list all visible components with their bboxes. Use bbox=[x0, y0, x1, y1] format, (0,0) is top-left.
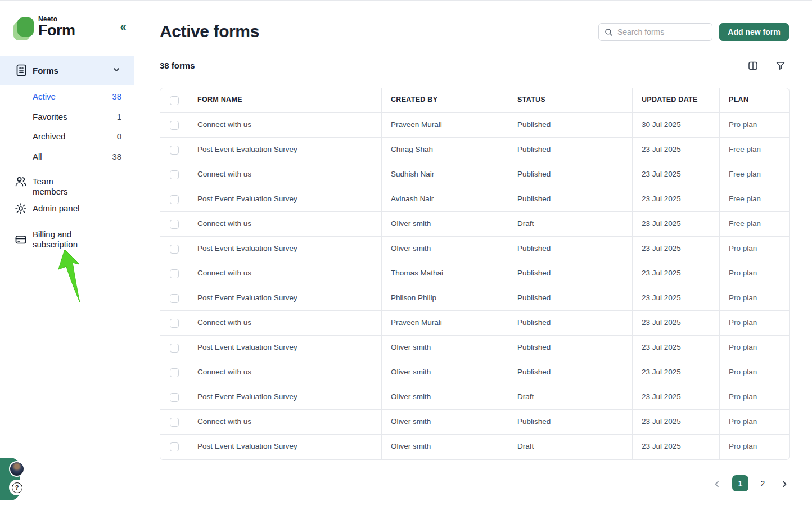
add-new-form-button[interactable]: Add new form bbox=[719, 23, 789, 41]
row-checkbox[interactable] bbox=[170, 146, 179, 155]
row-checkbox-cell bbox=[160, 311, 188, 335]
cell-form-name[interactable]: Connect with us bbox=[188, 212, 382, 236]
cell-plan: Pro plan bbox=[720, 435, 789, 459]
cell-updated-date: 23 Jul 2025 bbox=[633, 261, 720, 286]
filter-icon[interactable] bbox=[773, 58, 788, 74]
col-header-created-by[interactable]: CREATED BY bbox=[382, 88, 508, 112]
col-header-plan[interactable]: PLAN bbox=[720, 88, 789, 112]
table-row[interactable]: Connect with us Praveen Murali Published… bbox=[160, 311, 789, 336]
pagination-next-icon[interactable] bbox=[777, 477, 792, 491]
cell-created-by: Chirag Shah bbox=[382, 138, 508, 162]
row-checkbox[interactable] bbox=[170, 319, 179, 328]
row-checkbox[interactable] bbox=[170, 294, 179, 303]
table-row[interactable]: Post Event Evaluation Survey Oliver smit… bbox=[160, 336, 789, 360]
table-row[interactable]: Connect with us Thomas Mathai Published … bbox=[160, 261, 789, 286]
sidebar-item-favorites[interactable]: Favorites 1 bbox=[0, 106, 134, 126]
cell-status: Published bbox=[508, 113, 633, 137]
cell-form-name[interactable]: Connect with us bbox=[188, 113, 382, 137]
sidebar-item-all-label: All bbox=[33, 152, 42, 161]
cell-updated-date: 23 Jul 2025 bbox=[633, 360, 720, 385]
cell-form-name[interactable]: Post Event Evaluation Survey bbox=[188, 237, 382, 261]
cell-form-name[interactable]: Post Event Evaluation Survey bbox=[188, 138, 382, 162]
cell-form-name[interactable]: Connect with us bbox=[188, 311, 382, 335]
row-checkbox-cell bbox=[160, 410, 188, 434]
cell-status: Draft bbox=[508, 212, 633, 236]
cell-updated-date: 23 Jul 2025 bbox=[633, 286, 720, 310]
table-row[interactable]: Connect with us Oliver smith Published 2… bbox=[160, 410, 789, 435]
cell-form-name[interactable]: Post Event Evaluation Survey bbox=[188, 435, 382, 459]
sidebar: Neeto Form « Forms Active bbox=[0, 1, 134, 506]
pagination-page-2[interactable]: 2 bbox=[755, 475, 771, 491]
row-checkbox-cell bbox=[160, 187, 188, 211]
table-row[interactable]: Post Event Evaluation Survey Philson Phi… bbox=[160, 286, 789, 311]
table-row[interactable]: Post Event Evaluation Survey Avinash Nai… bbox=[160, 187, 789, 212]
columns-icon[interactable] bbox=[745, 58, 761, 74]
cell-status: Published bbox=[508, 261, 633, 286]
cell-updated-date: 23 Jul 2025 bbox=[633, 212, 720, 236]
gear-icon bbox=[15, 202, 27, 215]
pagination-page-1[interactable]: 1 bbox=[732, 475, 748, 491]
col-header-status[interactable]: STATUS bbox=[508, 88, 633, 112]
table-row[interactable]: Connect with us Oliver smith Draft 23 Ju… bbox=[160, 212, 789, 237]
row-checkbox-cell bbox=[160, 261, 188, 286]
chevron-down-icon bbox=[112, 65, 121, 74]
cell-form-name[interactable]: Post Event Evaluation Survey bbox=[188, 286, 382, 310]
row-checkbox[interactable] bbox=[170, 368, 179, 377]
logo-text: Neeto Form bbox=[38, 15, 75, 38]
cell-updated-date: 30 Jul 2025 bbox=[633, 113, 720, 137]
row-checkbox-cell bbox=[160, 162, 188, 187]
help-button[interactable]: ? bbox=[9, 480, 25, 495]
table-row[interactable]: Connect with us Sudhish Nair Published 2… bbox=[160, 162, 789, 187]
row-checkbox[interactable] bbox=[170, 393, 179, 402]
row-checkbox[interactable] bbox=[170, 344, 179, 353]
col-header-updated-date[interactable]: UPDATED DATE bbox=[633, 88, 720, 112]
sidebar-collapse-icon[interactable]: « bbox=[116, 20, 130, 34]
cell-status: Published bbox=[508, 410, 633, 434]
row-checkbox[interactable] bbox=[170, 442, 179, 451]
sidebar-item-team-members-label: Team members bbox=[33, 177, 89, 197]
cell-form-name[interactable]: Connect with us bbox=[188, 360, 382, 385]
table-row[interactable]: Post Event Evaluation Survey Oliver smit… bbox=[160, 237, 789, 261]
table-row[interactable]: Connect with us Praveen Murali Published… bbox=[160, 113, 789, 138]
pagination: 1 2 bbox=[703, 475, 793, 495]
table-row[interactable]: Post Event Evaluation Survey Chirag Shah… bbox=[160, 138, 789, 162]
cell-form-name[interactable]: Connect with us bbox=[188, 162, 382, 187]
sidebar-item-billing[interactable]: Billing and subscription bbox=[0, 228, 134, 253]
cell-form-name[interactable]: Connect with us bbox=[188, 261, 382, 286]
col-header-form-name[interactable]: FORM NAME bbox=[188, 88, 382, 112]
table-row[interactable]: Post Event Evaluation Survey Oliver smit… bbox=[160, 435, 789, 459]
search-input[interactable] bbox=[617, 28, 707, 37]
row-checkbox[interactable] bbox=[170, 269, 179, 278]
user-avatar[interactable] bbox=[9, 461, 25, 477]
toolbar-divider bbox=[766, 59, 766, 73]
app-logo[interactable]: Neeto Form bbox=[13, 16, 126, 41]
cell-status: Published bbox=[508, 311, 633, 335]
sidebar-item-team-members[interactable]: Team members bbox=[0, 175, 134, 190]
cell-form-name[interactable]: Post Event Evaluation Survey bbox=[188, 385, 382, 409]
row-checkbox-cell bbox=[160, 237, 188, 261]
row-checkbox[interactable] bbox=[170, 195, 179, 204]
cell-plan: Pro plan bbox=[720, 113, 789, 137]
select-all-checkbox[interactable] bbox=[170, 96, 179, 105]
sidebar-group-forms[interactable]: Forms bbox=[0, 56, 134, 85]
cell-form-name[interactable]: Connect with us bbox=[188, 410, 382, 434]
sidebar-item-archived[interactable]: Archived 0 bbox=[0, 126, 134, 146]
row-checkbox[interactable] bbox=[170, 245, 179, 254]
sidebar-item-admin-panel[interactable]: Admin panel bbox=[0, 202, 134, 217]
row-checkbox[interactable] bbox=[170, 170, 179, 179]
pagination-prev-icon[interactable] bbox=[710, 477, 724, 491]
row-checkbox[interactable] bbox=[170, 418, 179, 427]
sidebar-item-all[interactable]: All 38 bbox=[0, 146, 134, 166]
row-checkbox-cell bbox=[160, 435, 188, 459]
row-checkbox[interactable] bbox=[170, 220, 179, 229]
table-row[interactable]: Post Event Evaluation Survey Oliver smit… bbox=[160, 385, 789, 410]
question-mark-icon: ? bbox=[12, 482, 22, 493]
cell-created-by: Praveen Murali bbox=[382, 113, 508, 137]
cell-form-name[interactable]: Post Event Evaluation Survey bbox=[188, 336, 382, 360]
row-checkbox[interactable] bbox=[170, 121, 179, 130]
table-row[interactable]: Connect with us Oliver smith Published 2… bbox=[160, 360, 789, 385]
sidebar-item-active[interactable]: Active 38 bbox=[0, 86, 134, 106]
cell-updated-date: 23 Jul 2025 bbox=[633, 311, 720, 335]
sidebar-item-archived-count: 0 bbox=[117, 132, 121, 141]
cell-form-name[interactable]: Post Event Evaluation Survey bbox=[188, 187, 382, 211]
